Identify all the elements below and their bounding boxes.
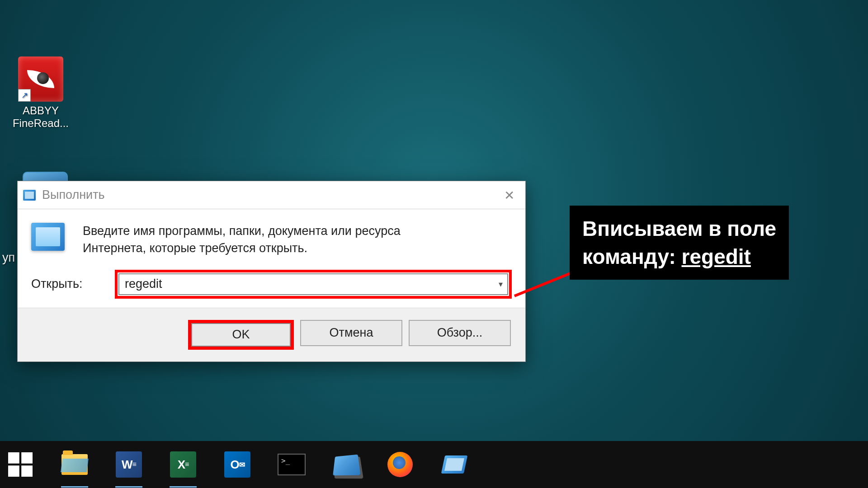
run-dialog-icon (31, 223, 65, 251)
firefox-icon (387, 452, 413, 477)
svg-rect-2 (8, 465, 19, 477)
annotation-line2: команду: regedit (582, 243, 776, 271)
file-explorer-icon (61, 454, 88, 475)
taskbar-item-outlook[interactable]: O✉ (222, 449, 253, 480)
folder-3d-icon (333, 455, 360, 476)
command-input-highlight: ▾ (115, 270, 512, 299)
dialog-description: Введите имя программы, папки, документа … (83, 223, 467, 257)
start-button[interactable] (5, 449, 36, 480)
titlebar[interactable]: Выполнить ✕ (18, 181, 525, 209)
annotation-line1: Вписываем в поле (582, 215, 776, 243)
dialog-title: Выполнить (42, 188, 105, 202)
browse-button[interactable]: Обзор... (409, 320, 511, 346)
dialog-body: Введите имя программы, папки, документа … (18, 209, 525, 308)
desktop-icon-abbyy[interactable]: ↗ ABBYY FineRead... (9, 56, 72, 130)
run-dialog-taskbar-icon (441, 455, 468, 474)
cancel-button[interactable]: Отмена (300, 320, 402, 346)
taskbar-active-indicator (170, 486, 197, 488)
dialog-footer: OK Отмена Обзор... (18, 308, 525, 361)
desktop-icon-label: ABBYY FineRead... (9, 104, 72, 130)
taskbar-item-excel[interactable]: X≡ (167, 449, 199, 480)
command-prompt-icon (278, 454, 306, 475)
word-icon: W≡ (116, 451, 142, 478)
taskbar-active-indicator (61, 486, 88, 488)
taskbar-item-explorer[interactable] (59, 449, 90, 480)
taskbar: W≡ X≡ O✉ (0, 441, 868, 488)
run-dialog: Выполнить ✕ Введите имя программы, папки… (17, 181, 526, 362)
annotation-callout: Вписываем в поле команду: regedit (570, 206, 789, 280)
command-input[interactable] (118, 273, 508, 295)
taskbar-item-firefox[interactable] (384, 449, 416, 480)
taskbar-item-run[interactable] (439, 449, 470, 480)
svg-rect-0 (8, 452, 19, 464)
ok-button[interactable]: OK (191, 323, 291, 347)
run-titlebar-icon (23, 190, 36, 201)
open-label: Открыть: (31, 277, 115, 291)
desktop-icon-label-partial: уп (2, 251, 15, 265)
taskbar-item-word[interactable]: W≡ (113, 449, 145, 480)
excel-icon: X≡ (170, 451, 196, 478)
taskbar-item-3dfolder[interactable] (330, 449, 362, 480)
taskbar-active-indicator (115, 486, 142, 488)
close-button[interactable]: ✕ (498, 187, 520, 204)
svg-rect-3 (21, 465, 33, 477)
outlook-icon: O✉ (224, 451, 250, 478)
svg-rect-1 (21, 452, 33, 464)
taskbar-item-cmd[interactable] (276, 449, 307, 480)
abbyy-icon: ↗ (18, 56, 63, 102)
ok-button-highlight: OK (188, 320, 294, 350)
windows-logo-icon (8, 452, 33, 477)
close-icon: ✕ (504, 188, 514, 203)
shortcut-arrow-icon: ↗ (18, 89, 31, 102)
